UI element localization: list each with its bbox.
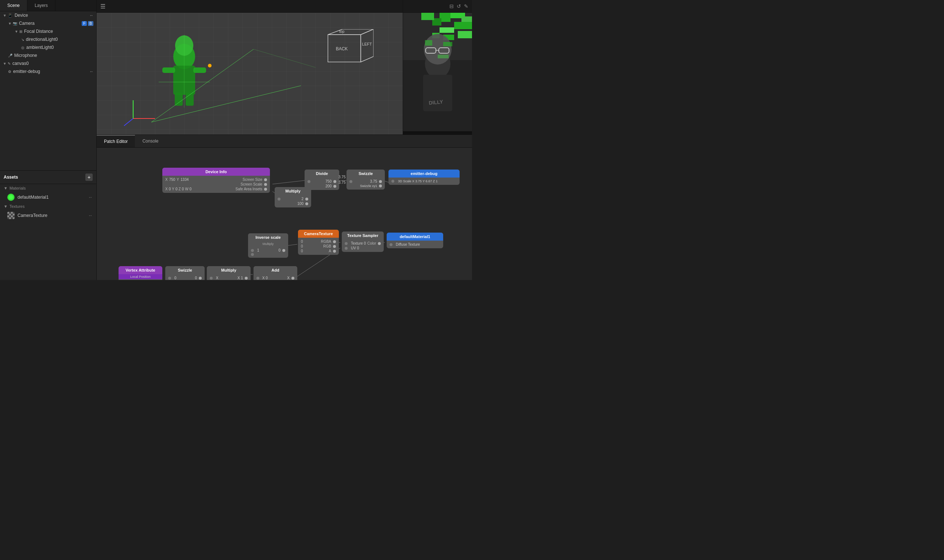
tree-item-device[interactable]: ▼ 📱 Device ↔ xyxy=(0,11,96,19)
multiply-bot-body: X X 1 Y 1 X 10 xyxy=(207,274,251,280)
texture-sampler-texture: Texture 0 Color xyxy=(345,241,381,246)
texture-port xyxy=(345,242,348,245)
swizzle-bot-body: 0 0 Swizzle xz xyxy=(165,274,205,280)
device-info-row-2: Screen Scale xyxy=(165,182,267,187)
tree-item-ambient[interactable]: ◎ ambientLight0 xyxy=(0,43,96,51)
device-info-row-1: X 750 Y 1334 Screen Size xyxy=(165,177,267,182)
tab-layers[interactable]: Layers xyxy=(27,0,55,11)
svg-rect-42 xyxy=(438,55,449,58)
textures-section[interactable]: ▼ Textures xyxy=(0,202,96,210)
materials-label: Materials xyxy=(9,186,26,190)
multiply-top-row-2: 100 xyxy=(277,201,308,206)
grid-icon[interactable]: ⊟ xyxy=(450,3,454,9)
multiply-top-out-2 xyxy=(305,202,308,205)
swizzle-top-in xyxy=(350,180,353,183)
node-texture-sampler[interactable]: Texture Sampler Texture 0 Color UV 0 xyxy=(342,232,384,252)
texture-sampler-uv: UV 0 xyxy=(345,246,381,251)
tree-item-emitter[interactable]: ⚙ emitter-debug ↔ xyxy=(0,68,96,75)
node-swizzle-bot[interactable]: Swizzle 0 0 Swizzle xz xyxy=(165,266,205,280)
tree-item-camera[interactable]: ▼ 📷 Camera F B xyxy=(0,19,96,27)
asset-cameratexture[interactable]: CameraTexture ↔ xyxy=(0,210,96,221)
emitter-debug-header: emitter-debug xyxy=(388,169,460,178)
device-info-screen-size-port xyxy=(264,178,267,181)
connector-label-375: 3.75 xyxy=(339,175,345,179)
emitter-debug-row: 3D Scale X 3.75 Y 6.67 Z 1 xyxy=(391,179,457,183)
preview-content: DILLY xyxy=(403,13,472,135)
device-info-safe-area-port xyxy=(264,188,267,191)
multiply-top-body: 2 100 xyxy=(275,195,311,208)
node-multiply-top[interactable]: Multiply 2 100 xyxy=(275,187,311,208)
svg-line-45 xyxy=(273,180,305,184)
camera-texture-rgb: 0 RGB xyxy=(301,244,336,249)
textures-label: Textures xyxy=(9,204,25,209)
svg-text:BACK: BACK xyxy=(336,46,348,51)
tab-console[interactable]: Console xyxy=(135,135,166,147)
top-bar-right: ⊟ ↺ ✎ xyxy=(403,0,472,12)
default-material-body: Diffuse Texture xyxy=(387,241,443,248)
patch-canvas[interactable]: Device Info X 750 Y 1334 Screen Size xyxy=(97,148,472,280)
default-material-header: defaultMaterial1 xyxy=(387,232,443,241)
svg-text:top: top xyxy=(339,29,344,34)
viewport-menu-icon[interactable]: ☰ xyxy=(100,3,105,10)
connector-label-375b: 3.75 xyxy=(339,180,345,185)
swizzle-top-header: Swizzle xyxy=(346,169,385,178)
asset-defaultmaterial1[interactable]: defaultMaterial1 ↔ xyxy=(0,192,96,202)
add-out-x xyxy=(291,277,294,280)
camera-texture-a-port xyxy=(333,250,336,253)
texture-sampler-header: Texture Sampler xyxy=(342,232,384,240)
materials-section[interactable]: ▼ Materials xyxy=(0,184,96,192)
divide-in xyxy=(308,180,310,183)
emitter-icon: ⚙ xyxy=(8,70,11,74)
tab-scene[interactable]: Scene xyxy=(0,0,27,11)
patch-tab-bar: Patch Editor Console xyxy=(97,135,472,148)
multiply-bot-row-1: X X 1 xyxy=(210,275,248,280)
assets-title: Assets xyxy=(4,175,85,180)
multiply-top-in-1 xyxy=(277,198,280,200)
node-inverse-scale[interactable]: Inverse scale Multiply 1 0 xyxy=(248,233,288,258)
node-swizzle-top[interactable]: Swizzle 3.75 Swizzle xy1 xyxy=(346,169,385,189)
tree-item-focal[interactable]: ▼ ⊞ Focal Distance xyxy=(0,27,96,35)
node-multiply-bot[interactable]: Multiply X X 1 Y 1 xyxy=(207,266,251,280)
svg-rect-40 xyxy=(425,40,432,46)
camera-texture-rgba-port xyxy=(333,240,336,243)
texture-label: CameraTexture xyxy=(17,213,48,218)
multiply-bot-in xyxy=(210,277,213,280)
arrow-focal: ▼ xyxy=(15,29,18,34)
assets-panel: Assets + ▼ Materials defaultMaterial1 ↔ … xyxy=(0,171,96,280)
arrow-device: ▼ xyxy=(3,14,6,17)
svg-rect-3 xyxy=(193,68,206,73)
left-panel: Scene Layers ▼ 📱 Device ↔ ▼ 📷 Camera F xyxy=(0,0,97,280)
refresh-icon[interactable]: ↺ xyxy=(457,3,461,9)
materials-arrow: ▼ xyxy=(4,186,8,190)
patch-editor-area: Patch Editor Console xyxy=(97,135,472,280)
node-device-info[interactable]: Device Info X 750 Y 1334 Screen Size xyxy=(162,168,270,193)
node-emitter-debug[interactable]: emitter-debug 3D Scale X 3.75 Y 6.67 Z 1 xyxy=(388,169,460,185)
node-vertex-attr[interactable]: Vertex Attribute Local Position 0 xyxy=(119,266,162,280)
uv-port xyxy=(345,247,348,250)
edit-icon[interactable]: ✎ xyxy=(464,3,468,9)
swizzle-top-row-2: Swizzle xy1 xyxy=(350,184,382,188)
node-add[interactable]: Add X 0 X Y 0 Y xyxy=(254,266,297,280)
tree-item-canvas0[interactable]: ▼ ✎ canvas0 xyxy=(0,59,96,68)
svg-rect-31 xyxy=(458,31,472,38)
divide-row-2: 200 xyxy=(308,184,336,188)
emitter-end-icon: ↔ xyxy=(89,69,93,74)
divide-body: 750 200 xyxy=(305,178,339,190)
multiply-top-row-1: 2 xyxy=(277,197,308,201)
tree-item-microphone[interactable]: 🎤 Microphone xyxy=(0,51,96,59)
inverse-scale-body: 1 0 xyxy=(248,246,288,258)
svg-rect-28 xyxy=(454,22,472,29)
camera-texture-body: 0 RGBA 0 RGB 0 xyxy=(298,238,339,255)
swizzle-top-row-1: 3.75 xyxy=(350,179,382,184)
node-divide[interactable]: Divide 750 200 xyxy=(305,169,339,190)
tree-item-dirlight[interactable]: ↘ directionalLight0 xyxy=(0,35,96,43)
multiply-top-out-1 xyxy=(305,198,308,200)
assets-add-button[interactable]: + xyxy=(85,174,92,181)
node-camera-texture[interactable]: CameraTexture 0 RGBA 0 RGB xyxy=(298,230,339,255)
svg-point-36 xyxy=(424,34,451,65)
3d-viewport[interactable]: top BACK LEFT xyxy=(97,13,403,135)
tab-patch-editor[interactable]: Patch Editor xyxy=(97,135,135,147)
node-default-material[interactable]: defaultMaterial1 Diffuse Texture xyxy=(387,232,443,248)
camera-texture-a: 0 A xyxy=(301,249,336,253)
arrow-camera: ▼ xyxy=(8,22,12,26)
